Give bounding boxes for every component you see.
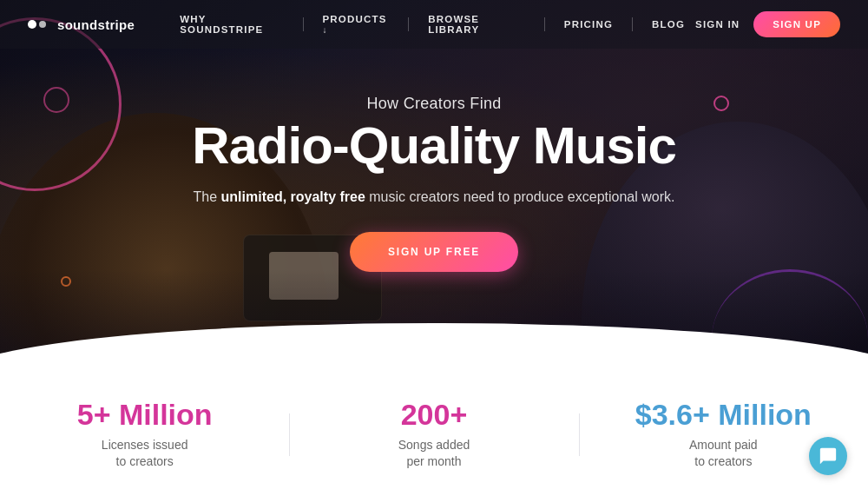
sign-up-button[interactable]: SIGN UP (753, 11, 840, 37)
nav-right: SIGN IN SIGN UP (695, 11, 840, 37)
hero-description: The unlimited, royalty free music creato… (139, 187, 729, 208)
nav-divider-1 (303, 17, 304, 31)
stat-label-songs: Songs added per month (398, 437, 470, 471)
deco-circle-small (43, 87, 69, 113)
stat-label-paid: Amount paid to creators (689, 437, 758, 471)
logo[interactable]: soundstripe (28, 13, 135, 36)
nav-products[interactable]: PRODUCTS (312, 7, 399, 42)
stat-label-licenses: Licenses issued to creators (102, 437, 188, 471)
hero-cta-button[interactable]: SIGN UP FREE (350, 232, 518, 272)
nav-why-soundstripe[interactable]: WHY SOUNDSTRIPE (169, 7, 293, 42)
stat-value-songs: 200+ (401, 399, 468, 431)
sign-in-link[interactable]: SIGN IN (695, 19, 740, 30)
nav-divider-2 (408, 17, 409, 31)
nav-pricing[interactable]: PRICING (554, 12, 623, 36)
hero-subtitle: How Creators Find (139, 95, 729, 113)
stats-section: 5+ Million Licenses issued to creators 2… (0, 374, 868, 496)
hero-title: Radio-Quality Music (139, 118, 729, 173)
nav-links: WHY SOUNDSTRIPE PRODUCTS BROWSE LIBRARY … (169, 7, 695, 42)
stat-item-licenses: 5+ Million Licenses issued to creators (0, 381, 289, 488)
chat-icon (819, 446, 838, 466)
nav-blog[interactable]: BLOG (641, 12, 695, 36)
nav-divider-3 (544, 17, 545, 31)
stat-value-paid: $3.6+ Million (635, 399, 812, 431)
chat-button[interactable] (809, 437, 847, 475)
navbar: soundstripe WHY SOUNDSTRIPE PRODUCTS BRO… (0, 0, 868, 49)
hero-content: How Creators Find Radio-Quality Music Th… (139, 95, 729, 272)
nav-browse-library[interactable]: BROWSE LIBRARY (418, 7, 536, 42)
stat-item-songs: 200+ Songs added per month (289, 381, 578, 488)
nav-divider-4 (632, 17, 633, 31)
hero-section: How Creators Find Radio-Quality Music Th… (0, 0, 868, 374)
logo-icon (28, 13, 50, 36)
brand-name: soundstripe (57, 17, 135, 32)
hero-desc-after: music creators need to produce exception… (365, 189, 675, 204)
hero-desc-bold: unlimited, royalty free (221, 189, 365, 204)
hero-desc-plain: The (194, 189, 221, 204)
stat-value-licenses: 5+ Million (77, 399, 213, 431)
